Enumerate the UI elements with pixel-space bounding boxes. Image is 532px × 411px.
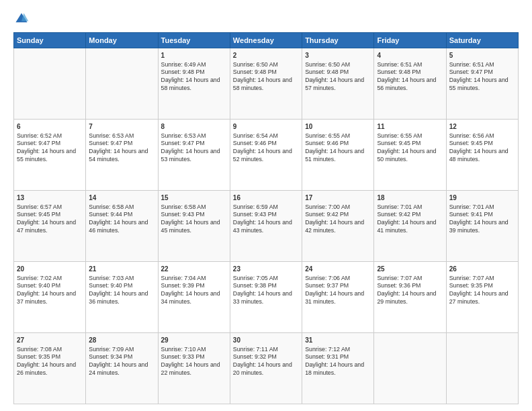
day-number: 29 <box>161 336 227 345</box>
calendar-cell: 24Sunrise: 7:06 AMSunset: 9:37 PMDayligh… <box>302 262 374 333</box>
calendar-cell: 21Sunrise: 7:03 AMSunset: 9:40 PMDayligh… <box>86 262 158 333</box>
day-info: Sunrise: 7:00 AMSunset: 9:42 PMDaylight:… <box>305 203 371 236</box>
weekday-header-tuesday: Tuesday <box>158 33 230 48</box>
day-number: 7 <box>89 122 154 132</box>
day-info: Sunrise: 6:51 AMSunset: 9:48 PMDaylight:… <box>377 61 443 93</box>
day-number: 30 <box>233 336 299 345</box>
day-info: Sunrise: 6:50 AMSunset: 9:48 PMDaylight:… <box>233 61 299 93</box>
day-number: 9 <box>233 122 299 132</box>
calendar-cell <box>86 48 158 120</box>
calendar-cell: 29Sunrise: 7:10 AMSunset: 9:33 PMDayligh… <box>158 333 230 404</box>
calendar-cell: 1Sunrise: 6:49 AMSunset: 9:48 PMDaylight… <box>158 48 230 120</box>
day-number: 4 <box>377 51 443 60</box>
day-number: 14 <box>89 193 154 203</box>
day-number: 15 <box>161 193 227 203</box>
day-info: Sunrise: 7:08 AMSunset: 9:35 PMDaylight:… <box>17 346 83 378</box>
day-info: Sunrise: 6:55 AMSunset: 9:45 PMDaylight:… <box>377 132 443 165</box>
day-number: 21 <box>89 265 154 274</box>
weekday-header-wednesday: Wednesday <box>230 33 302 48</box>
day-number: 18 <box>377 193 443 203</box>
day-info: Sunrise: 6:54 AMSunset: 9:46 PMDaylight:… <box>233 132 299 165</box>
weekday-header-saturday: Saturday <box>446 33 518 48</box>
day-info: Sunrise: 7:09 AMSunset: 9:34 PMDaylight:… <box>89 346 154 378</box>
day-number: 12 <box>449 122 515 132</box>
day-info: Sunrise: 7:06 AMSunset: 9:37 PMDaylight:… <box>305 275 371 307</box>
day-number: 2 <box>233 51 299 60</box>
day-number: 28 <box>89 336 154 345</box>
logo <box>13 11 32 27</box>
calendar-cell: 30Sunrise: 7:11 AMSunset: 9:32 PMDayligh… <box>230 333 302 404</box>
day-info: Sunrise: 7:02 AMSunset: 9:40 PMDaylight:… <box>17 275 83 307</box>
calendar-cell: 6Sunrise: 6:52 AMSunset: 9:47 PMDaylight… <box>14 120 86 191</box>
day-info: Sunrise: 6:53 AMSunset: 9:47 PMDaylight:… <box>89 132 154 165</box>
day-info: Sunrise: 7:07 AMSunset: 9:36 PMDaylight:… <box>377 275 443 307</box>
day-number: 27 <box>17 336 83 345</box>
day-info: Sunrise: 7:12 AMSunset: 9:31 PMDaylight:… <box>305 346 371 378</box>
week-row-1: 1Sunrise: 6:49 AMSunset: 9:48 PMDaylight… <box>14 48 519 120</box>
day-info: Sunrise: 7:01 AMSunset: 9:41 PMDaylight:… <box>449 203 515 236</box>
header <box>13 11 519 27</box>
day-info: Sunrise: 7:04 AMSunset: 9:39 PMDaylight:… <box>161 275 227 307</box>
day-number: 11 <box>377 122 443 132</box>
calendar-header: SundayMondayTuesdayWednesdayThursdayFrid… <box>14 33 519 48</box>
calendar-cell: 17Sunrise: 7:00 AMSunset: 9:42 PMDayligh… <box>302 191 374 262</box>
day-info: Sunrise: 7:01 AMSunset: 9:42 PMDaylight:… <box>377 203 443 236</box>
weekday-header-monday: Monday <box>86 33 158 48</box>
calendar-body: 1Sunrise: 6:49 AMSunset: 9:48 PMDaylight… <box>14 48 519 404</box>
calendar-cell: 13Sunrise: 6:57 AMSunset: 9:45 PMDayligh… <box>14 191 86 262</box>
day-number: 17 <box>305 193 371 203</box>
calendar-cell: 12Sunrise: 6:56 AMSunset: 9:45 PMDayligh… <box>446 120 518 191</box>
day-number: 16 <box>233 193 299 203</box>
calendar-cell <box>446 333 518 404</box>
day-info: Sunrise: 7:05 AMSunset: 9:38 PMDaylight:… <box>233 275 299 307</box>
calendar-cell: 26Sunrise: 7:07 AMSunset: 9:35 PMDayligh… <box>446 262 518 333</box>
day-info: Sunrise: 7:10 AMSunset: 9:33 PMDaylight:… <box>161 346 227 378</box>
day-number: 13 <box>17 193 83 203</box>
day-number: 19 <box>449 193 515 203</box>
calendar-cell <box>14 48 86 120</box>
day-info: Sunrise: 7:03 AMSunset: 9:40 PMDaylight:… <box>89 275 154 307</box>
day-number: 24 <box>305 265 371 274</box>
day-info: Sunrise: 6:51 AMSunset: 9:47 PMDaylight:… <box>449 61 515 93</box>
weekday-header-sunday: Sunday <box>14 33 86 48</box>
calendar-cell: 5Sunrise: 6:51 AMSunset: 9:47 PMDaylight… <box>446 48 518 120</box>
calendar-cell: 18Sunrise: 7:01 AMSunset: 9:42 PMDayligh… <box>374 191 446 262</box>
calendar-cell: 31Sunrise: 7:12 AMSunset: 9:31 PMDayligh… <box>302 333 374 404</box>
weekday-row: SundayMondayTuesdayWednesdayThursdayFrid… <box>14 33 519 48</box>
day-number: 20 <box>17 265 83 274</box>
day-number: 22 <box>161 265 227 274</box>
calendar-cell: 27Sunrise: 7:08 AMSunset: 9:35 PMDayligh… <box>14 333 86 404</box>
calendar-cell: 14Sunrise: 6:58 AMSunset: 9:44 PMDayligh… <box>86 191 158 262</box>
day-info: Sunrise: 6:49 AMSunset: 9:48 PMDaylight:… <box>161 61 227 93</box>
calendar-cell <box>374 333 446 404</box>
calendar-cell: 3Sunrise: 6:50 AMSunset: 9:48 PMDaylight… <box>302 48 374 120</box>
day-info: Sunrise: 7:11 AMSunset: 9:32 PMDaylight:… <box>233 346 299 378</box>
weekday-header-thursday: Thursday <box>302 33 374 48</box>
calendar-cell: 15Sunrise: 6:58 AMSunset: 9:43 PMDayligh… <box>158 191 230 262</box>
calendar-cell: 7Sunrise: 6:53 AMSunset: 9:47 PMDaylight… <box>86 120 158 191</box>
calendar-cell: 10Sunrise: 6:55 AMSunset: 9:46 PMDayligh… <box>302 120 374 191</box>
calendar-cell: 23Sunrise: 7:05 AMSunset: 9:38 PMDayligh… <box>230 262 302 333</box>
calendar: SundayMondayTuesdayWednesdayThursdayFrid… <box>13 32 519 404</box>
day-number: 25 <box>377 265 443 274</box>
day-info: Sunrise: 6:59 AMSunset: 9:43 PMDaylight:… <box>233 203 299 236</box>
weekday-header-friday: Friday <box>374 33 446 48</box>
calendar-cell: 28Sunrise: 7:09 AMSunset: 9:34 PMDayligh… <box>86 333 158 404</box>
calendar-cell: 20Sunrise: 7:02 AMSunset: 9:40 PMDayligh… <box>14 262 86 333</box>
day-number: 3 <box>305 51 371 60</box>
week-row-3: 13Sunrise: 6:57 AMSunset: 9:45 PMDayligh… <box>14 191 519 262</box>
day-number: 31 <box>305 336 371 345</box>
day-number: 26 <box>449 265 515 274</box>
day-info: Sunrise: 6:52 AMSunset: 9:47 PMDaylight:… <box>17 132 83 165</box>
logo-icon <box>13 11 30 27</box>
day-number: 10 <box>305 122 371 132</box>
calendar-cell: 9Sunrise: 6:54 AMSunset: 9:46 PMDaylight… <box>230 120 302 191</box>
day-info: Sunrise: 6:55 AMSunset: 9:46 PMDaylight:… <box>305 132 371 165</box>
calendar-cell: 16Sunrise: 6:59 AMSunset: 9:43 PMDayligh… <box>230 191 302 262</box>
day-info: Sunrise: 7:07 AMSunset: 9:35 PMDaylight:… <box>449 275 515 307</box>
day-info: Sunrise: 6:50 AMSunset: 9:48 PMDaylight:… <box>305 61 371 93</box>
calendar-cell: 11Sunrise: 6:55 AMSunset: 9:45 PMDayligh… <box>374 120 446 191</box>
day-number: 8 <box>161 122 227 132</box>
day-info: Sunrise: 6:58 AMSunset: 9:44 PMDaylight:… <box>89 203 154 236</box>
day-number: 1 <box>161 51 227 60</box>
